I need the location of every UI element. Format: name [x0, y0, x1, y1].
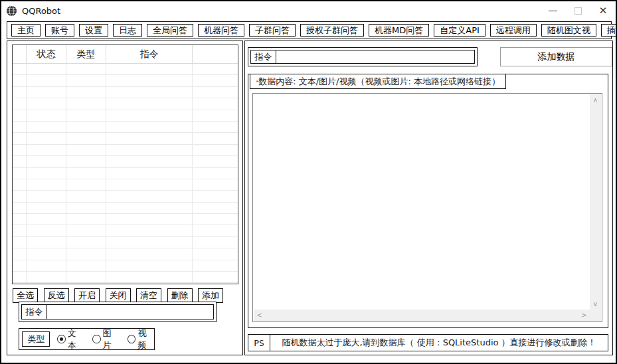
toolbar-button-robot-qa[interactable]: 机器问答: [198, 24, 244, 37]
command-input-label-right: 指令: [251, 50, 276, 63]
toolbar-button-home[interactable]: 主页: [11, 24, 41, 37]
table-row[interactable]: [13, 110, 238, 122]
command-list-panel: 状态类型指令 全选反选开启关闭清空删除添加 指令 类型 文本图片视频: [7, 41, 243, 355]
command-table[interactable]: 状态类型指令: [12, 45, 238, 284]
command-input-group-right: 指令: [248, 47, 478, 66]
app-window: QQRobot ✕ 主页账号设置日志全局问答机器问答子群问答授权子群问答机器MD…: [0, 0, 617, 364]
toolbar-button-plugin-list[interactable]: 插件列表: [601, 24, 617, 37]
scrollbar-corner: [590, 310, 601, 321]
column-header-1: 状态: [27, 45, 66, 64]
data-content-group: ·数据内容: 文本/图片/视频（视频或图片: 本地路径或网络链接） ∧ ∨ < …: [248, 74, 608, 328]
table-row[interactable]: [13, 272, 238, 283]
clear-button[interactable]: 清空: [136, 288, 161, 303]
toolbar-button-random-media[interactable]: 随机图文视: [541, 24, 596, 37]
add-button[interactable]: 添加: [198, 288, 223, 303]
table-row[interactable]: [13, 214, 238, 225]
table-row[interactable]: [13, 203, 238, 214]
table-row[interactable]: [13, 122, 238, 133]
table-row[interactable]: [13, 179, 238, 191]
command-input-group-left: 指令: [19, 302, 217, 322]
command-input-right[interactable]: [276, 50, 474, 63]
radio-circle-icon: [128, 335, 135, 343]
type-radio-image[interactable]: 图片: [92, 327, 119, 351]
radio-label: 视频: [137, 327, 154, 351]
toolbar-button-remote-call[interactable]: 远程调用: [490, 24, 537, 37]
window-title: QQRobot: [22, 6, 60, 16]
ps-label: PS: [248, 335, 270, 351]
select-all-button[interactable]: 全选: [13, 288, 38, 303]
radio-label: 图片: [103, 327, 120, 351]
invert-selection-button[interactable]: 反选: [44, 288, 69, 303]
disable-button[interactable]: 关闭: [106, 288, 131, 303]
type-label: 类型: [22, 331, 50, 347]
toolbar-button-custom-api[interactable]: 自定义API: [434, 24, 485, 37]
toolbar-button-settings[interactable]: 设置: [79, 24, 108, 37]
horizontal-scrollbar[interactable]: < >: [254, 310, 590, 321]
toolbar-button-subgroup-qa[interactable]: 子群问答: [249, 24, 296, 37]
table-row[interactable]: [13, 191, 238, 202]
main-toolbar: 主页账号设置日志全局问答机器问答子群问答授权子群问答机器MD问答自定义API远程…: [7, 21, 612, 39]
toolbar-button-account[interactable]: 账号: [45, 24, 74, 37]
ps-note-bar: PS 随机数据太过于庞大,请到数据库（ 使用：SQLiteStudio ）直接进…: [248, 334, 608, 351]
data-entry-panel: 指令 添加数据 ·数据内容: 文本/图片/视频（视频或图片: 本地路径或网络链接…: [244, 41, 613, 355]
scroll-right-icon[interactable]: >: [578, 310, 590, 321]
radio-circle-icon: [57, 335, 65, 343]
toolbar-button-global-qa[interactable]: 全局问答: [147, 24, 193, 37]
data-content-label: ·数据内容: 文本/图片/视频（视频或图片: 本地路径或网络链接）: [250, 74, 506, 89]
table-row[interactable]: [13, 168, 238, 179]
type-radio-video[interactable]: 视频: [128, 327, 154, 351]
table-row[interactable]: [13, 260, 238, 272]
table-row[interactable]: [13, 87, 238, 98]
title-bar: QQRobot ✕: [1, 1, 616, 20]
scroll-left-icon[interactable]: <: [254, 310, 265, 321]
delete-button[interactable]: 删除: [167, 288, 193, 303]
table-action-buttons: 全选反选开启关闭清空删除添加: [13, 288, 223, 303]
table-row[interactable]: [13, 156, 238, 167]
type-radio-text[interactable]: 文本: [57, 327, 84, 351]
minimize-button[interactable]: [540, 1, 565, 20]
table-row[interactable]: [13, 133, 238, 144]
command-input-left[interactable]: [47, 305, 213, 319]
table-row[interactable]: [13, 248, 238, 260]
type-selector-group: 类型 文本图片视频: [19, 328, 155, 350]
column-header-3: 指令: [106, 45, 193, 64]
type-radio-list: 文本图片视频: [57, 327, 154, 351]
column-header-4: [193, 45, 238, 64]
scroll-up-icon[interactable]: ∧: [590, 94, 601, 106]
table-row[interactable]: [13, 145, 238, 156]
table-row[interactable]: [13, 225, 238, 236]
ps-message: 随机数据太过于庞大,请到数据库（ 使用：SQLiteStudio ）直接进行修改…: [270, 335, 608, 351]
toolbar-button-auth-subgroup-qa[interactable]: 授权子群问答: [300, 24, 364, 37]
maximize-button[interactable]: [565, 1, 590, 20]
enable-button[interactable]: 开启: [74, 288, 100, 303]
data-content-textarea[interactable]: ∧ ∨ < >: [252, 93, 602, 322]
table-row[interactable]: [13, 64, 238, 75]
command-table-header: 状态类型指令: [13, 45, 238, 64]
toolbar-button-robot-md-qa[interactable]: 机器MD问答: [369, 24, 429, 37]
add-data-button[interactable]: 添加数据: [500, 47, 612, 66]
radio-circle-icon: [92, 335, 100, 343]
vertical-scrollbar[interactable]: ∧ ∨: [590, 94, 601, 310]
table-row[interactable]: [13, 75, 238, 86]
command-input-label-left: 指令: [22, 305, 47, 319]
app-globe-icon: [6, 5, 17, 17]
toolbar-button-logs[interactable]: 日志: [113, 24, 142, 37]
command-table-body: [13, 64, 238, 283]
column-header-2: 类型: [66, 45, 106, 64]
scroll-down-icon[interactable]: ∨: [590, 298, 601, 310]
table-row[interactable]: [13, 98, 238, 110]
close-button[interactable]: ✕: [590, 1, 616, 20]
table-row[interactable]: [13, 237, 238, 248]
radio-label: 文本: [68, 327, 84, 351]
column-header-0: [13, 45, 27, 64]
